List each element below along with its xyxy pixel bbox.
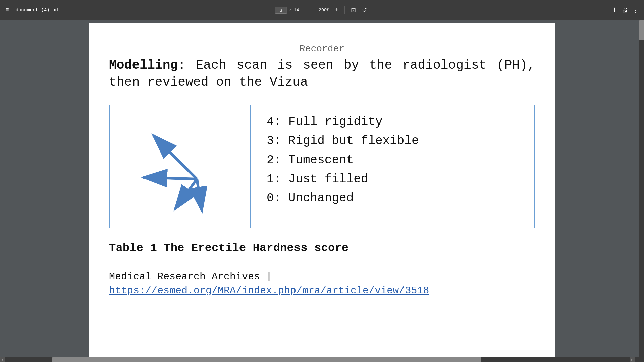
horizontal-scrollbar-track: ◀ ▶ (0, 357, 639, 362)
toolbar-right: ⬇ 🖨 ⋮ (612, 6, 639, 14)
horizontal-scrollbar-thumb[interactable] (52, 357, 481, 362)
page-controls: / 14 − 200% + ⊡ ↺ (275, 5, 369, 15)
scroll-left-button[interactable]: ◀ (0, 357, 5, 362)
page-total: 14 (294, 8, 299, 13)
zoom-increase-button[interactable]: + (333, 5, 341, 15)
section-divider (109, 260, 535, 260)
pdf-page: Recorder Modelling: Each scan is seen by… (89, 23, 555, 362)
download-button[interactable]: ⬇ (612, 6, 617, 14)
vertical-scrollbar-track (639, 20, 644, 362)
footer-publisher: Medical Research Archives | (109, 271, 272, 282)
table-scores-cell: 4: Full rigidity 3: Rigid but flexible 2… (250, 105, 535, 228)
main-area: Recorder Modelling: Each scan is seen by… (0, 20, 644, 362)
menu-icon[interactable]: ≡ (5, 7, 9, 13)
divider (303, 6, 303, 14)
score-item-3: 3: Rigid but flexible (267, 134, 518, 148)
toolbar: ≡ document (4).pdf / 14 − 200% + ⊡ ↺ ⬇ 🖨… (0, 0, 644, 20)
score-list: 4: Full rigidity 3: Rigid but flexible 2… (267, 115, 518, 206)
score-item-2: 2: Tumescent (267, 153, 518, 167)
page-separator: / (289, 8, 292, 13)
svg-line-3 (175, 179, 197, 209)
score-item-0: 0: Unchanged (267, 191, 518, 205)
zoom-decrease-button[interactable]: − (307, 5, 315, 15)
svg-line-1 (153, 135, 197, 179)
footer-text: Medical Research Archives | https://esme… (109, 269, 535, 298)
more-options-button[interactable]: ⋮ (633, 6, 639, 14)
fit-page-button[interactable]: ⊡ (349, 5, 358, 15)
modelling-paragraph: Modelling: Each scan is seen by the radi… (109, 57, 535, 91)
score-item-4: 4: Full rigidity (267, 115, 518, 129)
svg-line-2 (143, 177, 197, 179)
arrow-diagram (116, 112, 237, 219)
zoom-value-label: 200% (317, 8, 331, 13)
modelling-label: Modelling: (109, 58, 185, 72)
table-caption: Table 1 The Erectile Hardness score (109, 242, 535, 254)
vertical-scrollbar-thumb[interactable] (639, 20, 644, 40)
print-button[interactable]: 🖨 (622, 7, 628, 14)
footer-link[interactable]: https://esmed.org/MRA/index.php/mra/arti… (109, 285, 429, 296)
table-diagram-cell (109, 105, 250, 228)
score-item-1: 1: Just filled (267, 172, 518, 186)
page-number-input[interactable] (275, 7, 287, 14)
partial-top-text: Recorder (109, 44, 535, 54)
divider2 (344, 6, 345, 14)
filename-label: document (4).pdf (16, 7, 61, 13)
rotate-button[interactable]: ↺ (360, 5, 369, 15)
svg-line-4 (197, 179, 202, 211)
ehs-table: 4: Full rigidity 3: Rigid but flexible 2… (109, 105, 535, 228)
scroll-right-button[interactable]: ▶ (630, 357, 635, 362)
